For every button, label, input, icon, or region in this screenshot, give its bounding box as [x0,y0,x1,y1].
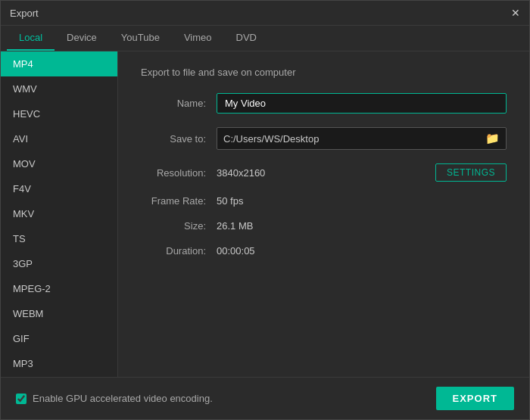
name-label: Name: [141,98,217,109]
frame-rate-row: Frame Rate: 50 fps [141,195,507,207]
main-panel: Export to file and save on computer Name… [118,51,529,377]
sidebar-item-mpeg2[interactable]: MPEG-2 [1,276,117,301]
sidebar-item-ts[interactable]: TS [1,226,117,251]
close-button[interactable]: ✕ [511,7,520,19]
sidebar-item-mov[interactable]: MOV [1,151,117,176]
tab-bar: Local Device YouTube Vimeo DVD [1,26,529,51]
save-to-label: Save to: [141,133,217,145]
sidebar-item-mp3[interactable]: MP3 [1,351,117,376]
content-area: MP4 WMV HEVC AVI MOV F4V MKV TS 3GP MPEG… [1,51,529,377]
gpu-checkbox[interactable] [16,394,26,404]
folder-icon[interactable]: 📁 [485,132,500,145]
tab-local[interactable]: Local [7,26,55,51]
settings-button[interactable]: SETTINGS [435,163,507,182]
size-label: Size: [141,220,217,232]
sidebar-item-mkv[interactable]: MKV [1,201,117,226]
resolution-row: Resolution: 3840x2160 SETTINGS [141,163,507,182]
duration-label: Duration: [141,245,217,257]
tab-youtube[interactable]: YouTube [109,26,172,51]
gpu-label: Enable GPU accelerated video encoding. [33,393,213,404]
size-row: Size: 26.1 MB [141,220,507,232]
export-window: Export ✕ Local Device YouTube Vimeo DVD … [0,0,530,420]
resolution-label: Resolution: [141,167,217,179]
gpu-encoding-row: Enable GPU accelerated video encoding. [16,393,213,404]
sidebar-item-gif[interactable]: GIF [1,326,117,351]
sidebar-item-webm[interactable]: WEBM [1,301,117,326]
frame-rate-value: 50 fps [217,195,243,207]
sidebar-item-mp4[interactable]: MP4 [1,51,117,76]
tab-vimeo[interactable]: Vimeo [172,26,224,51]
resolution-value-row: 3840x2160 SETTINGS [217,163,507,182]
tab-dvd[interactable]: DVD [224,26,269,51]
title-bar: Export ✕ [1,1,529,26]
save-to-row: Save to: 📁 [141,127,507,150]
sidebar-item-3gp[interactable]: 3GP [1,251,117,276]
name-input[interactable] [217,93,507,114]
sidebar-item-f4v[interactable]: F4V [1,176,117,201]
resolution-value: 3840x2160 [217,167,435,179]
export-button[interactable]: EXPORT [436,387,514,410]
sidebar: MP4 WMV HEVC AVI MOV F4V MKV TS 3GP MPEG… [1,51,118,377]
size-value: 26.1 MB [217,220,253,232]
sidebar-item-avi[interactable]: AVI [1,126,117,151]
name-row: Name: [141,93,507,114]
sidebar-item-hevc[interactable]: HEVC [1,101,117,126]
tab-device[interactable]: Device [55,26,109,51]
footer: Enable GPU accelerated video encoding. E… [1,377,529,419]
window-title: Export [10,8,39,19]
duration-value: 00:00:05 [217,245,255,257]
path-container: 📁 [217,127,507,150]
frame-rate-label: Frame Rate: [141,195,217,207]
duration-row: Duration: 00:00:05 [141,245,507,257]
sidebar-item-wmv[interactable]: WMV [1,76,117,101]
path-input[interactable] [223,133,481,145]
section-title: Export to file and save on computer [141,67,507,78]
